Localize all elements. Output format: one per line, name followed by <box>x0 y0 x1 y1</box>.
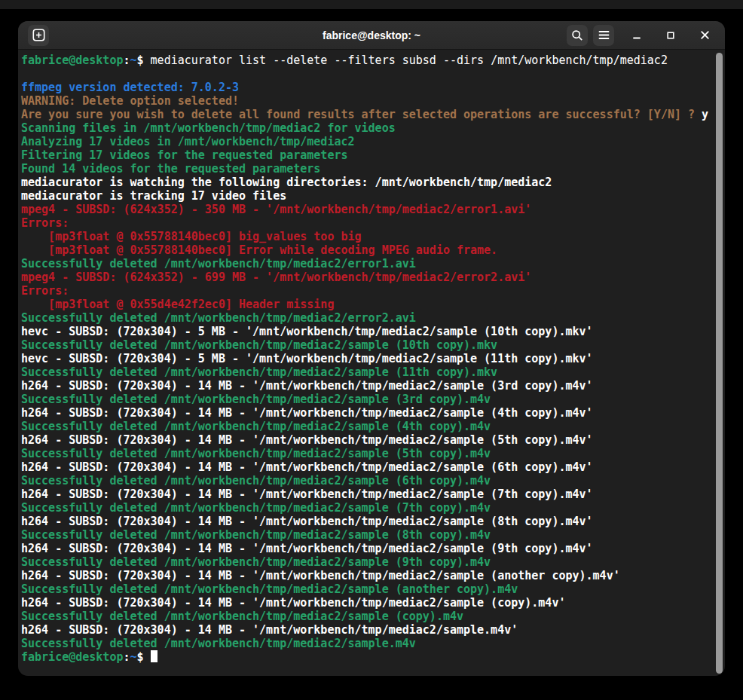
terminal-text-segment: h264 - SUBSD: (720x304) - 14 MB - '/mnt/… <box>21 488 593 501</box>
terminal-text-segment: ~ <box>130 650 137 664</box>
terminal-text-segment: Successfully deleted /mnt/workbench/tmp/… <box>21 528 491 542</box>
terminal-text-segment: h264 - SUBSD: (720x304) - 14 MB - '/mnt/… <box>21 596 565 610</box>
terminal-text-segment: mediacurator is tracking 17 video files <box>21 189 286 203</box>
terminal-text-segment: Filtering 17 videos for the requested pa… <box>21 148 347 162</box>
terminal-text-segment: hevc - SUBSD: (720x304) - 5 MB - '/mnt/w… <box>21 352 593 365</box>
search-icon <box>571 29 583 41</box>
terminal-line: Successfully deleted /mnt/workbench/tmp/… <box>21 365 714 379</box>
terminal-line: fabrice@desktop:~$ mediacurator list --d… <box>21 53 714 67</box>
minimize-button[interactable] <box>625 25 648 46</box>
terminal-line: h264 - SUBSD: (720x304) - 14 MB - '/mnt/… <box>21 515 714 528</box>
terminal-line: Successfully deleted /mnt/workbench/tmp/… <box>21 637 714 650</box>
hamburger-menu-icon <box>598 30 610 40</box>
terminal-line: Successfully deleted /mnt/workbench/tmp/… <box>21 582 714 596</box>
terminal-line: Successfully deleted /mnt/workbench/tmp/… <box>21 338 714 352</box>
scrollbar-thumb[interactable] <box>716 53 723 674</box>
terminal-text-segment: mediacurator list --delete --filters sub… <box>151 53 668 67</box>
terminal-text-segment: WARNING: Delete option selected! <box>21 94 239 108</box>
terminal-text-segment: [mp3float @ 0x55788140bec0] Error while … <box>21 243 497 257</box>
terminal-text-segment: h264 - SUBSD: (720x304) - 14 MB - '/mnt/… <box>21 433 593 447</box>
terminal-line: Successfully deleted /mnt/workbench/tmp/… <box>21 555 714 569</box>
terminal-line: h264 - SUBSD: (720x304) - 14 MB - '/mnt/… <box>21 623 714 637</box>
terminal-text-segment: mediacurator is watching the following d… <box>21 176 552 189</box>
terminal-line: mediacurator is tracking 17 video files <box>21 189 714 203</box>
terminal-text-segment: $ <box>137 650 151 664</box>
terminal-text-segment: Successfully deleted /mnt/workbench/tmp/… <box>21 311 416 325</box>
close-button[interactable] <box>693 25 716 46</box>
text-cursor <box>151 650 157 662</box>
terminal-text-segment: mpeg4 - SUBSD: (624x352) - 350 MB - '/mn… <box>21 203 531 216</box>
terminal-text-segment: ffmpeg version detected: 7.0.2-3 <box>21 81 239 94</box>
terminal-text-segment: Found 14 videos for the requested parame… <box>21 162 320 176</box>
terminal-text-segment: Successfully deleted /mnt/workbench/tmp/… <box>21 420 491 433</box>
terminal-text-segment: Successfully deleted /mnt/workbench/tmp/… <box>21 447 491 460</box>
terminal-text-segment: fabrice@desktop <box>21 53 123 67</box>
terminal-text-segment: Successfully deleted /mnt/workbench/tmp/… <box>21 582 518 596</box>
terminal-line: Scanning files in /mnt/workbench/tmp/med… <box>21 121 714 135</box>
terminal-text-segment: [mp3float @ 0x55d4e42f2ec0] Header missi… <box>21 298 334 311</box>
terminal-line: Are you sure you wish to delete all foun… <box>21 108 714 121</box>
terminal-line: mediacurator is watching the following d… <box>21 176 714 189</box>
terminal-window: fabrice@desktop: ~ <box>18 21 725 676</box>
terminal-text-segment: Successfully deleted /mnt/workbench/tmp/… <box>21 501 491 515</box>
terminal-line: Successfully deleted /mnt/workbench/tmp/… <box>21 420 714 433</box>
new-tab-button[interactable] <box>28 25 49 46</box>
terminal-text-segment: Successfully deleted /mnt/workbench/tmp/… <box>21 257 416 271</box>
header-bar: fabrice@desktop: ~ <box>18 21 725 50</box>
terminal-text-segment: Analyzing 17 videos in /mnt/workbench/tm… <box>21 135 355 148</box>
close-icon <box>700 30 710 40</box>
terminal-line: h264 - SUBSD: (720x304) - 14 MB - '/mnt/… <box>21 488 714 501</box>
terminal-text-segment: mpeg4 - SUBSD: (624x352) - 699 MB - '/mn… <box>21 271 531 284</box>
terminal-line <box>21 67 714 81</box>
terminal-line: Analyzing 17 videos in /mnt/workbench/tm… <box>21 135 714 148</box>
terminal-line: [mp3float @ 0x55d4e42f2ec0] Header missi… <box>21 298 714 311</box>
terminal-line: h264 - SUBSD: (720x304) - 14 MB - '/mnt/… <box>21 596 714 610</box>
terminal-text-segment: Successfully deleted /mnt/workbench/tmp/… <box>21 637 416 650</box>
menu-button[interactable] <box>593 25 614 46</box>
terminal-line: mpeg4 - SUBSD: (624x352) - 350 MB - '/mn… <box>21 203 714 216</box>
minimize-icon <box>632 31 641 40</box>
terminal-line: h264 - SUBSD: (720x304) - 14 MB - '/mnt/… <box>21 379 714 393</box>
terminal-text-segment: ~ <box>130 53 137 67</box>
terminal-line: h264 - SUBSD: (720x304) - 14 MB - '/mnt/… <box>21 460 714 474</box>
terminal-line: [mp3float @ 0x55788140bec0] Error while … <box>21 243 714 257</box>
terminal-text-segment: : <box>123 53 130 67</box>
terminal-text-segment: [mp3float @ 0x55788140bec0] big_values t… <box>21 230 362 243</box>
terminal-text-segment: $ <box>137 53 151 67</box>
terminal-line: Errors: <box>21 284 714 298</box>
terminal-text-segment: y <box>702 108 708 121</box>
terminal-line: Filtering 17 videos for the requested pa… <box>21 148 714 162</box>
terminal-line: [mp3float @ 0x55788140bec0] big_values t… <box>21 230 714 243</box>
terminal-line: hevc - SUBSD: (720x304) - 5 MB - '/mnt/w… <box>21 325 714 338</box>
background-top-strip <box>0 0 743 9</box>
terminal-line: Found 14 videos for the requested parame… <box>21 162 714 176</box>
terminal-line: Errors: <box>21 216 714 230</box>
terminal-text-segment: h264 - SUBSD: (720x304) - 14 MB - '/mnt/… <box>21 542 593 555</box>
terminal-line: Successfully deleted /mnt/workbench/tmp/… <box>21 311 714 325</box>
terminal-text-segment: h264 - SUBSD: (720x304) - 14 MB - '/mnt/… <box>21 379 593 393</box>
terminal-line: Successfully deleted /mnt/workbench/tmp/… <box>21 393 714 406</box>
terminal-text-segment: h264 - SUBSD: (720x304) - 14 MB - '/mnt/… <box>21 623 518 637</box>
terminal-text-segment: h264 - SUBSD: (720x304) - 14 MB - '/mnt/… <box>21 460 593 474</box>
terminal-line: h264 - SUBSD: (720x304) - 14 MB - '/mnt/… <box>21 569 714 582</box>
terminal-text-segment: Errors: <box>21 216 69 230</box>
terminal-text-segment: Successfully deleted /mnt/workbench/tmp/… <box>21 338 497 352</box>
search-button[interactable] <box>567 25 588 46</box>
terminal-text-segment: Scanning files in /mnt/workbench/tmp/med… <box>21 121 396 135</box>
terminal-text-segment: Errors: <box>21 284 69 298</box>
terminal-output[interactable]: fabrice@desktop:~$ mediacurator list --d… <box>18 49 725 676</box>
terminal-line: Successfully deleted /mnt/workbench/tmp/… <box>21 447 714 460</box>
terminal-line: Successfully deleted /mnt/workbench/tmp/… <box>21 501 714 515</box>
terminal-text-segment: h264 - SUBSD: (720x304) - 14 MB - '/mnt/… <box>21 406 593 420</box>
new-tab-icon <box>32 29 45 41</box>
terminal-line: WARNING: Delete option selected! <box>21 94 714 108</box>
terminal-line: Successfully deleted /mnt/workbench/tmp/… <box>21 610 714 623</box>
terminal-text-segment: Successfully deleted /mnt/workbench/tmp/… <box>21 610 463 623</box>
terminal-line: ffmpeg version detected: 7.0.2-3 <box>21 81 714 94</box>
terminal-text-segment: : <box>123 650 130 664</box>
terminal-line: h264 - SUBSD: (720x304) - 14 MB - '/mnt/… <box>21 406 714 420</box>
maximize-button[interactable] <box>659 25 682 46</box>
terminal-text-segment: h264 - SUBSD: (720x304) - 14 MB - '/mnt/… <box>21 569 620 582</box>
header-controls <box>567 25 725 46</box>
terminal-line: Successfully deleted /mnt/workbench/tmp/… <box>21 474 714 488</box>
